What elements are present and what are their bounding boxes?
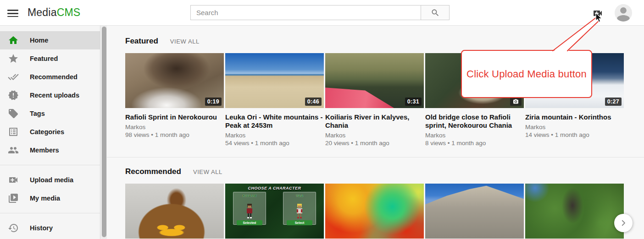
list-alt-icon: [8, 126, 19, 137]
game-title-text: CHOOSE A CHARACTER: [225, 186, 324, 190]
home-icon: [8, 35, 19, 46]
sidebar-item-label: Featured: [30, 55, 58, 62]
game-character-name: KWAME: [233, 194, 266, 198]
view-all-link[interactable]: VIEW ALL: [193, 168, 222, 175]
duration-badge: 0:27: [605, 98, 622, 106]
carousel-next-button[interactable]: [614, 214, 633, 232]
game-sprite-yaa: [295, 203, 304, 219]
upload-media-icon[interactable]: [592, 8, 603, 19]
video-card[interactable]: [525, 184, 624, 239]
thumbnail-abstract-colors[interactable]: [325, 184, 424, 239]
sidebar-item-upload-media[interactable]: Upload media: [0, 171, 100, 189]
search-button[interactable]: [421, 5, 450, 20]
game-button-select: Select: [287, 220, 312, 225]
featured-section-header: Featured VIEW ALL: [125, 37, 644, 46]
thumbnail-pumpkin-craft[interactable]: [125, 184, 224, 239]
video-title[interactable]: Old bridge close to Rafioli sprint, Nero…: [425, 113, 524, 130]
sidebar-item-home[interactable]: Home: [0, 31, 100, 49]
view-all-link[interactable]: VIEW ALL: [170, 38, 200, 45]
search-icon: [431, 8, 440, 17]
logo-cms: CMS: [57, 6, 81, 18]
user-avatar[interactable]: [615, 4, 632, 22]
video-meta: 98 views • 1 month ago: [125, 131, 224, 139]
duration-badge: 0:46: [305, 98, 322, 106]
video-title[interactable]: Ziria mountain - Korinthos: [525, 113, 624, 121]
thumbnail-green-leaves[interactable]: [525, 184, 624, 239]
video-author[interactable]: Markos: [125, 123, 224, 131]
logo[interactable]: MediaCMS: [28, 6, 80, 19]
callout-bubble: Click Upload Media button: [461, 50, 592, 98]
menu-icon[interactable]: [7, 8, 18, 18]
sidebar-item-label: Members: [30, 147, 59, 154]
sidebar-item-history[interactable]: History: [0, 219, 100, 237]
video-card[interactable]: 0:31 Koiliaris River in Kalyves, Chania …: [325, 53, 424, 147]
video-card[interactable]: [125, 184, 224, 239]
sidebar-item-label: Categories: [30, 128, 64, 136]
video-title[interactable]: Koiliaris River in Kalyves, Chania: [325, 113, 424, 130]
people-icon: [8, 145, 19, 156]
sidebar-item-label: My media: [30, 195, 60, 202]
sidebar-item-categories[interactable]: Categories: [0, 123, 100, 141]
duration-badge: 0:19: [205, 98, 222, 106]
section-title: Recommended: [125, 167, 181, 176]
camera-icon: [510, 97, 522, 106]
tag-icon: [8, 108, 19, 119]
new-releases-icon: [8, 90, 19, 101]
sidebar-item-label: Recent uploads: [30, 92, 79, 99]
video-card[interactable]: 0:46 Leuka Ori - White mountains - Peak …: [225, 53, 324, 147]
video-meta: 14 views • 1 month ago: [525, 131, 624, 139]
video-library-icon: [8, 193, 19, 204]
person-icon: [615, 4, 632, 22]
video-meta: 20 views • 1 month ago: [325, 139, 424, 147]
video-author[interactable]: Markos: [225, 131, 324, 139]
search-bar: [190, 5, 450, 20]
game-character-name: YAA: [283, 194, 316, 198]
thumbnail-desert-mountains[interactable]: 0:46: [225, 53, 324, 108]
game-panel-left: KWAME Selected: [233, 192, 266, 225]
video-card[interactable]: [425, 184, 524, 239]
section-divider: [107, 157, 644, 158]
video-title[interactable]: Rafioli Sprint in Nerokourou: [125, 113, 224, 121]
video-author[interactable]: Markos: [325, 131, 424, 139]
sidebar-item-label: Home: [30, 37, 48, 44]
search-input[interactable]: [190, 5, 421, 20]
top-bar: MediaCMS: [0, 0, 644, 26]
game-panel-right: YAA Select: [283, 192, 316, 225]
video-card[interactable]: [325, 184, 424, 239]
sidebar: Home Featured Recommended Recent uploads…: [0, 26, 100, 239]
duration-badge: 0:31: [405, 98, 422, 106]
callout-text: Click Upload Media button: [466, 68, 587, 80]
double-check-icon: [8, 71, 19, 82]
video-card[interactable]: CHOOSE A CHARACTER KWAME Selected YAA Se…: [225, 184, 324, 239]
game-sprite-kwame: [245, 203, 254, 219]
sidebar-item-recent-uploads[interactable]: Recent uploads: [0, 86, 100, 104]
sidebar-divider: [0, 213, 100, 213]
sidebar-item-label: Upload media: [30, 176, 73, 184]
sidebar-item-tags[interactable]: Tags: [0, 104, 100, 123]
thumbnail-rocky-mountain[interactable]: [425, 184, 524, 239]
sidebar-item-my-media[interactable]: My media: [0, 189, 100, 207]
video-meta: 8 views • 1 month ago: [425, 139, 524, 147]
sidebar-item-label: Recommended: [30, 73, 78, 81]
video-meta: 54 views • 1 month ago: [225, 139, 324, 147]
video-author[interactable]: Markos: [525, 123, 624, 131]
game-button-selected: Selected: [237, 220, 262, 225]
video-card[interactable]: 0:19 Rafioli Sprint in Nerokourou Markos…: [125, 53, 224, 147]
video-author[interactable]: Markos: [425, 131, 524, 139]
sidebar-item-featured[interactable]: Featured: [0, 49, 100, 68]
videocam-plus-icon: [8, 174, 19, 185]
chevron-right-icon: [619, 219, 627, 227]
thumbnail-kayak-river[interactable]: 0:31: [325, 53, 424, 108]
thumbnail-game-character-select[interactable]: CHOOSE A CHARACTER KWAME Selected YAA Se…: [225, 184, 324, 239]
star-icon: [8, 53, 19, 64]
sidebar-scrollbar-thumb[interactable]: [102, 27, 106, 237]
sidebar-scrollbar[interactable]: [101, 26, 107, 239]
sidebar-item-label: Tags: [30, 110, 45, 117]
section-title: Featured: [125, 37, 158, 46]
thumbnail-fountain-waterfall[interactable]: 0:19: [125, 53, 224, 108]
mediacms-home-page: MediaCMS Home Featured Recommended: [0, 0, 644, 239]
sidebar-item-members[interactable]: Members: [0, 141, 100, 159]
sidebar-item-label: History: [30, 224, 53, 232]
sidebar-item-recommended[interactable]: Recommended: [0, 68, 100, 86]
video-title[interactable]: Leuka Ori - White mountains - Peak at 24…: [225, 113, 324, 130]
